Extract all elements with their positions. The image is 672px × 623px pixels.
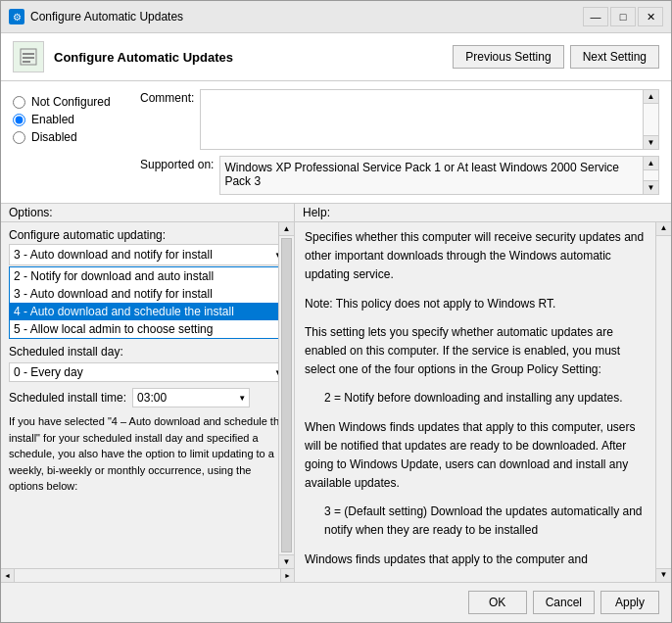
horiz-right-btn[interactable]: ►: [280, 569, 294, 583]
help-para7: Windows finds updates that apply to the …: [305, 551, 646, 569]
supported-scroll-down[interactable]: ▼: [644, 180, 658, 194]
supported-value: Windows XP Professional Service Pack 1 o…: [219, 156, 644, 195]
disabled-radio[interactable]: [13, 131, 25, 144]
disabled-label: Disabled: [31, 130, 77, 144]
info-text: If you have selected "4 – Auto download …: [9, 413, 286, 495]
comment-textarea[interactable]: [200, 89, 644, 150]
not-configured-radio[interactable]: [13, 96, 25, 109]
options-section-label: Options:: [1, 204, 295, 221]
svg-rect-2: [23, 57, 34, 59]
left-horiz-scroll: ◄ ►: [1, 568, 294, 582]
options-panel: Configure automatic updating: 3 - Auto d…: [1, 222, 295, 582]
svg-rect-1: [23, 53, 34, 55]
left-scroll-up[interactable]: ▲: [279, 222, 294, 236]
schedule-time-label: Scheduled install time:: [9, 391, 126, 405]
window-icon: ⚙: [9, 9, 24, 24]
dropdown-list: 2 - Notify for download and auto install…: [9, 266, 286, 339]
next-setting-button[interactable]: Next Setting: [570, 45, 659, 69]
config-update-group: Configure automatic updating: 3 - Auto d…: [9, 228, 286, 339]
header-bar: Configure Automatic Updates Previous Set…: [1, 33, 671, 81]
scroll-up-arrow[interactable]: ▲: [644, 90, 658, 104]
schedule-day-select-wrapper: 0 - Every day ▼: [9, 362, 286, 382]
dropdown-item-4[interactable]: 4 - Auto download and schedule the insta…: [10, 303, 285, 320]
supported-scrollbar: ▲ ▼: [644, 156, 659, 195]
footer: OK Cancel Apply: [1, 582, 671, 622]
schedule-time-select[interactable]: 03:00: [132, 388, 250, 407]
right-scroll-up[interactable]: ▲: [656, 222, 671, 236]
auto-update-dropdown[interactable]: 3 - Auto download and notify for install: [9, 244, 286, 265]
help-para4: 2 = Notify before downloading and instal…: [324, 389, 646, 407]
header-navigation: Previous Setting Next Setting: [453, 45, 659, 69]
previous-setting-button[interactable]: Previous Setting: [453, 45, 563, 69]
main-window: ⚙ Configure Automatic Updates — □ ✕ Conf…: [0, 0, 672, 623]
comment-scrollbar: ▲ ▼: [644, 89, 659, 150]
not-configured-label: Not Configured: [31, 95, 111, 109]
help-content: Specifies whether this computer will rec…: [305, 228, 661, 576]
apply-button[interactable]: Apply: [600, 591, 659, 614]
close-button[interactable]: ✕: [638, 7, 663, 26]
schedule-day-select[interactable]: 0 - Every day: [9, 362, 286, 382]
help-para6: 3 = (Default setting) Download the updat…: [324, 503, 646, 540]
schedule-time-select-wrapper: 03:00 ▼: [132, 388, 250, 407]
dropdown-item-2[interactable]: 2 - Notify for download and auto install: [10, 267, 285, 285]
enabled-label: Enabled: [31, 113, 74, 126]
supported-label: Supported on:: [140, 156, 214, 171]
window-title: Configure Automatic Updates: [30, 10, 577, 24]
title-bar-controls: — □ ✕: [583, 7, 663, 26]
left-panel-scrollbar: ▲ ▼: [278, 222, 294, 568]
dropdown-collapsed-row: 3 - Auto download and notify for install…: [9, 244, 286, 265]
configuration-radio-group: Not Configured Enabled Disabled: [13, 89, 140, 148]
help-panel: Specifies whether this computer will rec…: [295, 222, 671, 582]
comment-label: Comment:: [140, 89, 194, 105]
enabled-option[interactable]: Enabled: [13, 113, 140, 126]
header-icon: [13, 41, 44, 72]
ok-button[interactable]: OK: [468, 591, 527, 614]
schedule-day-label: Scheduled install day:: [9, 345, 286, 359]
scroll-down-arrow[interactable]: ▼: [644, 135, 658, 149]
not-configured-option[interactable]: Not Configured: [13, 95, 140, 109]
help-para5: When Windows finds updates that apply to…: [305, 418, 646, 494]
title-bar: ⚙ Configure Automatic Updates — □ ✕: [1, 1, 671, 33]
disabled-option[interactable]: Disabled: [13, 130, 140, 144]
top-section: Not Configured Enabled Disabled Comment:…: [1, 81, 671, 204]
maximize-button[interactable]: □: [610, 7, 636, 26]
supported-scroll-up[interactable]: ▲: [644, 157, 658, 170]
horiz-left-btn[interactable]: ◄: [1, 569, 15, 583]
schedule-day-group: Scheduled install day: 0 - Every day ▼: [9, 345, 286, 382]
svg-rect-3: [23, 61, 30, 63]
help-section-label: Help:: [295, 204, 671, 221]
dropdown-item-5[interactable]: 5 - Allow local admin to choose setting: [10, 320, 285, 338]
schedule-time-group: Scheduled install time: 03:00 ▼: [9, 388, 286, 407]
main-panels: Configure automatic updating: 3 - Auto d…: [1, 222, 671, 582]
help-para1: Specifies whether this computer will rec…: [305, 228, 646, 285]
dropdown-item-3[interactable]: 3 - Auto download and notify for install: [10, 285, 285, 303]
help-para2: Note: This policy does not apply to Wind…: [305, 295, 646, 313]
enabled-radio[interactable]: [13, 114, 25, 126]
right-scroll-down[interactable]: ▼: [656, 568, 671, 582]
help-para3: This setting lets you specify whether au…: [305, 323, 646, 380]
config-updating-label: Configure automatic updating:: [9, 228, 286, 242]
cancel-button[interactable]: Cancel: [533, 591, 595, 614]
header-title: Configure Automatic Updates: [54, 50, 443, 65]
left-scroll-down[interactable]: ▼: [279, 554, 294, 568]
minimize-button[interactable]: —: [583, 7, 608, 26]
panels-labels: Options: Help:: [1, 204, 671, 222]
right-panel-scrollbar: ▲ ▼: [655, 222, 671, 582]
